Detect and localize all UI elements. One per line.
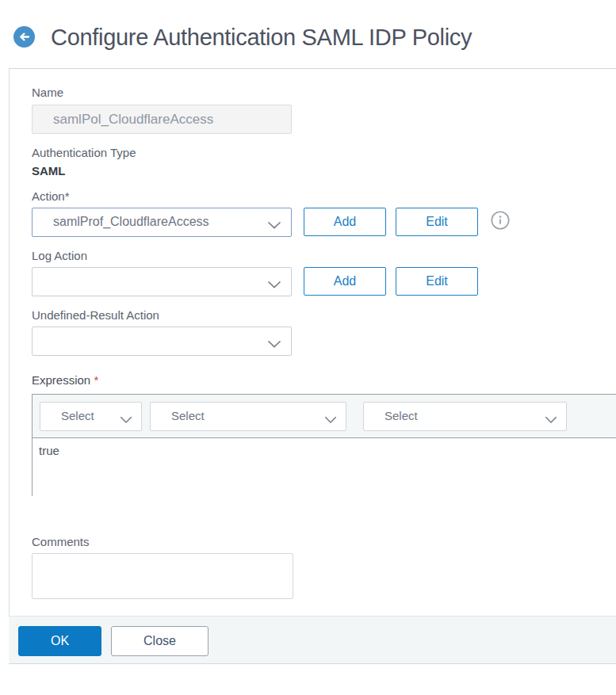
- name-input[interactable]: [32, 105, 292, 134]
- expression-operand-select-1-placeholder: Select: [61, 409, 94, 422]
- undefined-result-action-select[interactable]: [32, 326, 292, 356]
- expression-operand-select-1[interactable]: Select: [40, 402, 142, 431]
- chevron-down-icon: [267, 278, 281, 292]
- arrow-left-circle-icon: [13, 38, 35, 50]
- action-info-button[interactable]: [491, 211, 510, 230]
- footer-action-bar: OK Close: [9, 616, 616, 664]
- back-button[interactable]: [13, 26, 35, 48]
- required-mark: *: [94, 373, 98, 387]
- info-circle-icon: [491, 220, 510, 232]
- chevron-down-icon: [267, 338, 281, 352]
- log-action-select[interactable]: [32, 267, 292, 296]
- configure-saml-idp-policy-page: Configure Authentication SAML IDP Policy…: [0, 0, 616, 695]
- undefined-result-action-label: Undefined-Result Action: [32, 308, 159, 322]
- expression-operand-select-3[interactable]: Select: [363, 402, 567, 431]
- expression-operand-select-2[interactable]: Select: [150, 402, 346, 431]
- close-button[interactable]: Close: [111, 626, 209, 656]
- expression-value-textarea[interactable]: true: [33, 439, 616, 496]
- action-label: Action*: [32, 189, 70, 203]
- log-action-label: Log Action: [32, 249, 87, 262]
- expression-label: Expression *: [32, 373, 98, 387]
- expression-editor: Select Select Select true: [32, 394, 616, 496]
- authentication-type-value: SAML: [32, 164, 66, 178]
- action-select[interactable]: samlProf_CloudflareAccess: [32, 208, 292, 237]
- expression-toolbar: Select Select Select: [33, 395, 616, 438]
- chevron-down-icon: [545, 413, 557, 427]
- action-edit-button[interactable]: Edit: [396, 208, 478, 236]
- authentication-type-label: Authentication Type: [32, 146, 136, 159]
- page-title: Configure Authentication SAML IDP Policy: [51, 22, 472, 52]
- log-action-edit-button[interactable]: Edit: [396, 267, 478, 296]
- expression-label-text: Expression: [32, 373, 90, 387]
- comments-label: Comments: [32, 535, 90, 548]
- expression-operand-select-3-placeholder: Select: [385, 409, 418, 422]
- action-add-button[interactable]: Add: [304, 208, 386, 236]
- chevron-down-icon: [324, 413, 337, 427]
- action-select-value: samlProf_CloudflareAccess: [53, 215, 209, 229]
- chevron-down-icon: [267, 219, 281, 233]
- log-action-add-button[interactable]: Add: [304, 267, 386, 296]
- name-label: Name: [32, 86, 63, 99]
- expression-operand-select-2-placeholder: Select: [171, 409, 205, 422]
- ok-button[interactable]: OK: [18, 626, 101, 656]
- chevron-down-icon: [120, 413, 132, 427]
- comments-textarea[interactable]: [32, 553, 293, 599]
